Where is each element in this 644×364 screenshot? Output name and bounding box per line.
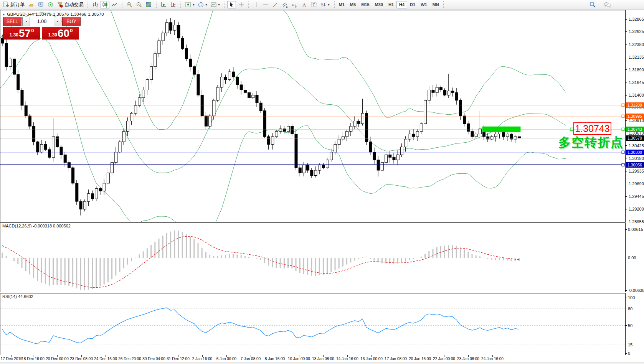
autotrading-icon bbox=[57, 2, 63, 8]
signals-button[interactable] bbox=[46, 1, 55, 8]
bar-chart-button[interactable] bbox=[91, 1, 100, 8]
chevron-down-icon[interactable]: ▾ bbox=[206, 3, 207, 7]
volume-value[interactable]: 1.00 bbox=[30, 17, 54, 26]
price-tick-label: 1.30180 bbox=[629, 156, 644, 161]
text-label-button[interactable]: T bbox=[309, 1, 318, 8]
zoom-in-button[interactable] bbox=[125, 1, 134, 8]
rsi-tickmark bbox=[626, 325, 627, 326]
horizontal-line-button[interactable] bbox=[261, 1, 270, 8]
arrows-button[interactable]: ▾ bbox=[319, 1, 331, 8]
hline-anchor bbox=[622, 115, 624, 117]
rsi-axis-label: 0 bbox=[628, 351, 644, 356]
timeframe-h1[interactable]: H1 bbox=[386, 1, 396, 8]
toolbar-separator bbox=[88, 2, 88, 8]
auto-scroll-button[interactable] bbox=[159, 1, 168, 8]
timeframe-m15[interactable]: M15 bbox=[358, 1, 372, 8]
cursor-icon bbox=[228, 2, 235, 8]
toolbar-separator bbox=[180, 2, 181, 8]
line-chart-button[interactable] bbox=[110, 1, 119, 8]
collapse-quotes-arrow[interactable]: ▲ bbox=[2, 13, 5, 16]
chevron-down-icon[interactable]: ▾ bbox=[328, 3, 330, 7]
price-tick-label: 1.32865 bbox=[629, 16, 644, 22]
vertical-line-button[interactable] bbox=[252, 1, 261, 8]
chart-shift-button[interactable] bbox=[169, 1, 178, 8]
macd-canvas[interactable] bbox=[0, 222, 626, 292]
buy-price-small: 1.30 bbox=[48, 32, 57, 38]
ohlc-open: 1.30479 bbox=[35, 12, 51, 16]
time-tickmark bbox=[468, 355, 469, 357]
new-order-icon bbox=[3, 2, 9, 8]
chevron-down-icon[interactable]: ▾ bbox=[193, 3, 195, 7]
chat-button[interactable] bbox=[603, 1, 613, 8]
mt4-window: 新订单自动交易▾▾▾EFAT▾M1M5M15M30H1H4D1W1MN ▲ GB… bbox=[0, 0, 644, 364]
bar-chart-icon bbox=[92, 2, 99, 8]
timeframe-m30[interactable]: M30 bbox=[372, 1, 386, 8]
price-tick-label: 1.30425 bbox=[629, 143, 644, 148]
timeframe-mn[interactable]: MN bbox=[430, 1, 442, 8]
main-chart-canvas[interactable] bbox=[0, 10, 626, 222]
hline-anchor bbox=[622, 128, 624, 130]
community-button[interactable] bbox=[36, 1, 45, 8]
timeframe-h4[interactable]: H4 bbox=[396, 1, 407, 8]
chart-title: ▲ GBPUSD-,H4 1.30479 1.30576 1.30466 1.3… bbox=[2, 12, 104, 16]
time-tickmark bbox=[492, 355, 493, 357]
time-tickmark bbox=[81, 355, 82, 357]
volume-decrease-button[interactable]: ▾ bbox=[23, 17, 30, 26]
channel-icon: E bbox=[282, 2, 288, 8]
trendline-button[interactable] bbox=[271, 1, 280, 8]
signals-icon bbox=[47, 2, 54, 8]
price-tickmark bbox=[626, 209, 627, 209]
toolbar-separator bbox=[248, 2, 249, 8]
price-tick-label: 1.29935 bbox=[629, 168, 644, 174]
chevron-down-icon[interactable]: ▾ bbox=[218, 3, 220, 7]
rsi-tickmark bbox=[626, 345, 627, 345]
price-tag-1.30570: 1.30570 bbox=[626, 135, 644, 141]
ohlc-close: 1.30570 bbox=[88, 12, 104, 16]
timeframe-d1[interactable]: D1 bbox=[407, 1, 418, 8]
publisher-button[interactable] bbox=[27, 1, 36, 8]
new-order-button[interactable]: 新订单 bbox=[2, 1, 26, 8]
sell-price[interactable]: 1.30 57 0 bbox=[3, 27, 40, 40]
candlestick-chart-button[interactable] bbox=[101, 1, 109, 8]
sell-button[interactable]: SELL bbox=[3, 17, 21, 26]
text-label-icon: T bbox=[310, 2, 317, 8]
rsi-canvas[interactable] bbox=[0, 293, 626, 355]
price-tickmark bbox=[626, 19, 627, 20]
cursor-button[interactable] bbox=[227, 1, 236, 8]
zoom-out-button[interactable] bbox=[135, 1, 144, 8]
text-button[interactable]: A bbox=[300, 1, 309, 8]
timeframe-m5[interactable]: M5 bbox=[347, 1, 358, 8]
price-tick-label: 1.31400 bbox=[629, 92, 644, 98]
fibonacci-button[interactable]: F bbox=[290, 1, 299, 8]
channel-button[interactable]: E bbox=[281, 1, 289, 8]
time-tickmark bbox=[178, 355, 178, 357]
price-tick-label: 1.31645 bbox=[629, 80, 644, 85]
time-tickmark bbox=[275, 355, 275, 357]
crosshair-button[interactable] bbox=[237, 1, 246, 8]
ohlc-low: 1.30466 bbox=[70, 12, 86, 16]
arrows-icon bbox=[320, 2, 327, 8]
rsi-axis-label: 15 bbox=[628, 342, 644, 348]
price-tickmark bbox=[626, 171, 627, 171]
search-button[interactable] bbox=[588, 1, 597, 8]
timeframe-m1[interactable]: M1 bbox=[336, 1, 347, 8]
tile-windows-button[interactable] bbox=[144, 1, 153, 8]
price-tick-label: 1.29690 bbox=[629, 181, 644, 186]
time-tickmark bbox=[226, 355, 227, 357]
price-tag-1.30995: 1.30995 bbox=[626, 114, 644, 119]
indicators-button[interactable]: ▾ bbox=[184, 1, 196, 8]
buy-price[interactable]: 1.30 60 0 bbox=[42, 27, 79, 40]
price-tickmark bbox=[626, 222, 627, 222]
time-label: 17 Dec 2019 bbox=[1, 357, 23, 361]
time-label: 20 Dec 00:00 bbox=[46, 357, 69, 361]
price-tickmark bbox=[626, 44, 627, 44]
volume-increase-button[interactable]: ▴ bbox=[54, 17, 61, 26]
periods-button[interactable]: ▾ bbox=[197, 1, 208, 8]
templates-button[interactable]: ▾ bbox=[209, 1, 221, 8]
time-tickmark bbox=[323, 355, 324, 357]
buy-button[interactable]: BUY bbox=[62, 17, 81, 26]
timeframe-w1[interactable]: W1 bbox=[418, 1, 430, 8]
price-tag-1.30056: 1.30056 bbox=[626, 162, 644, 168]
autotrading-button[interactable]: 自动交易 bbox=[56, 1, 85, 8]
bottom-scroll-strip[interactable] bbox=[0, 362, 644, 364]
